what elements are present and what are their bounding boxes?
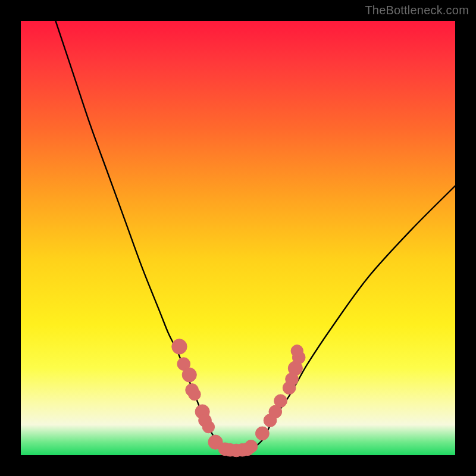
data-dots: [172, 339, 305, 457]
chart-frame: TheBottleneck.com: [0, 0, 476, 476]
data-dot: [182, 368, 196, 382]
bottleneck-curve: [55, 21, 455, 451]
data-dot: [189, 389, 201, 400]
plot-area: [21, 21, 455, 455]
data-dot: [291, 345, 303, 357]
data-dot: [255, 427, 269, 440]
chart-svg: [21, 21, 455, 455]
watermark-text: TheBottleneck.com: [365, 4, 469, 17]
data-dot: [202, 421, 214, 433]
data-dot: [172, 339, 187, 354]
data-dot: [245, 440, 258, 453]
data-dot: [274, 394, 287, 408]
